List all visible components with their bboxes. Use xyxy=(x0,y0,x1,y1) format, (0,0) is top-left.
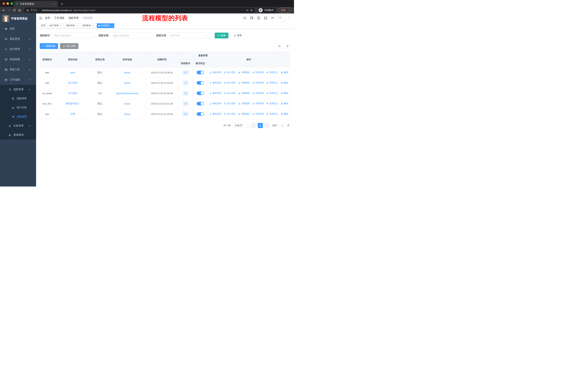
github-button[interactable] xyxy=(250,16,253,20)
goto-page-input[interactable] xyxy=(279,123,286,128)
form-info-link[interactable]: biubiu xyxy=(124,113,130,115)
tag-close-icon[interactable] xyxy=(60,25,62,27)
column-header[interactable]: 流程标识 xyxy=(40,52,54,67)
publish-process-link[interactable]: 发布流程 xyxy=(252,81,264,84)
page-size-select[interactable]: 10条/页 xyxy=(233,123,250,128)
caret-down-icon[interactable] xyxy=(288,17,290,19)
prev-page-button[interactable] xyxy=(251,123,256,128)
sidebar-item-home[interactable]: 首页 xyxy=(0,24,36,34)
process-name-link[interactable]: 测试多审批人 xyxy=(66,102,80,105)
design-process-link[interactable]: 设计流程 xyxy=(224,92,235,95)
next-page-button[interactable] xyxy=(264,123,269,128)
design-process-link[interactable]: 设计流程 xyxy=(224,102,235,105)
assign-rule-link[interactable]: 分配规则 xyxy=(238,112,250,115)
browser-tab[interactable]: 芋道管理系统 xyxy=(13,1,58,7)
process-definition-link[interactable]: 流程定义 xyxy=(266,92,278,95)
tag-item-4[interactable]: 流程模型 xyxy=(97,23,114,28)
sidebar-item-task-manage[interactable]: 任务管理 xyxy=(0,121,36,131)
active-toggle[interactable] xyxy=(197,81,204,85)
version-badge[interactable]: v2 xyxy=(183,81,189,85)
sidebar-item-dev-tools[interactable]: 研发工具 xyxy=(0,64,36,75)
import-process-button[interactable]: 导入流程 xyxy=(60,43,78,49)
sub-column-header[interactable]: 激活状态 xyxy=(193,60,208,67)
modify-process-link[interactable]: 修改流程 xyxy=(210,71,221,74)
form-info-link[interactable]: /bpm/oa/leave/create xyxy=(116,92,138,95)
close-window-button[interactable] xyxy=(2,2,5,5)
fullscreen-button[interactable] xyxy=(264,16,267,20)
tag-close-icon[interactable] xyxy=(92,25,94,27)
process-name-link[interactable]: 自己审批 xyxy=(68,81,77,84)
reload-button[interactable] xyxy=(13,9,16,12)
delete-link[interactable]: 删除 xyxy=(281,71,288,74)
sidebar-item-payment-manage[interactable]: ¥支付管理 xyxy=(0,44,36,54)
process-definition-link[interactable]: 流程定义 xyxy=(266,102,278,105)
assign-rule-link[interactable]: 分配规则 xyxy=(238,92,250,95)
form-info-link[interactable]: biubiu xyxy=(124,71,130,74)
breadcrumb-item[interactable]: 工作流程 xyxy=(54,16,64,20)
delete-link[interactable]: 删除 xyxy=(281,102,288,105)
help-button[interactable]: ? xyxy=(257,16,260,20)
process-key-input[interactable] xyxy=(52,33,94,39)
modify-process-link[interactable]: 修改流程 xyxy=(210,92,221,95)
refresh-table-button[interactable] xyxy=(284,43,290,49)
design-process-link[interactable]: 设计流程 xyxy=(224,71,235,74)
sidebar-item-system-manage[interactable]: 系统管理 xyxy=(0,34,36,44)
design-process-link[interactable]: 设计流程 xyxy=(224,112,235,115)
active-toggle[interactable] xyxy=(197,91,204,95)
publish-process-link[interactable]: 发布流程 xyxy=(252,71,264,74)
process-name-link[interactable]: 滔博 xyxy=(70,112,75,115)
address-bar[interactable]: 不安全 dashboard.yudao.iocoder.cn/bpm/manag… xyxy=(24,8,255,13)
column-header[interactable]: 创建时间 xyxy=(146,52,178,67)
tag-item-2[interactable]: 我的流程 xyxy=(64,23,79,28)
version-badge[interactable]: v5 xyxy=(183,91,189,96)
search-button[interactable]: 搜索 xyxy=(215,33,228,39)
column-header[interactable]: 流程分类 xyxy=(91,52,109,67)
avatar[interactable] xyxy=(278,14,285,22)
minimize-window-button[interactable] xyxy=(7,2,9,5)
sidebar-item-user-group[interactable]: 用户分组 xyxy=(0,103,36,112)
toggle-search-button[interactable] xyxy=(276,43,282,49)
active-toggle[interactable] xyxy=(197,71,204,74)
sidebar-item-process-form[interactable]: 流程表单 xyxy=(0,94,36,103)
create-process-button[interactable]: 新建流程 xyxy=(40,43,58,49)
tab-close-icon[interactable] xyxy=(53,3,55,5)
form-info-link[interactable]: biubiu xyxy=(124,81,130,84)
column-header[interactable]: 表单信息 xyxy=(109,52,146,67)
process-name-link[interactable]: eeee xyxy=(70,71,75,74)
sub-column-header[interactable]: 流程版本 xyxy=(178,60,193,67)
tag-item-1[interactable]: 租户管理 xyxy=(48,23,63,28)
assign-rule-link[interactable]: 分配规则 xyxy=(238,71,250,74)
process-definition-link[interactable]: 流程定义 xyxy=(266,112,278,115)
assign-rule-link[interactable]: 分配规则 xyxy=(238,81,250,84)
new-tab-button[interactable] xyxy=(60,2,64,6)
process-definition-link[interactable]: 流程定义 xyxy=(266,81,278,84)
active-toggle[interactable] xyxy=(197,112,204,116)
version-badge[interactable]: v17 xyxy=(182,70,189,75)
tag-item-3[interactable]: 流程表单 xyxy=(81,23,96,28)
logo[interactable]: 芋道管理系统 xyxy=(0,13,36,24)
sidebar-item-infrastructure[interactable]: 基础设施 xyxy=(0,54,36,64)
breadcrumb-item[interactable]: 流程管理 xyxy=(68,16,79,20)
breadcrumb-item[interactable]: 首页 xyxy=(45,16,50,20)
page-number-button[interactable]: 1 xyxy=(258,123,263,128)
category-select[interactable]: 流程分类 xyxy=(168,33,210,39)
publish-process-link[interactable]: 发布流程 xyxy=(252,112,264,115)
design-process-link[interactable]: 设计流程 xyxy=(224,81,235,84)
hamburger-icon[interactable] xyxy=(39,16,42,20)
version-badge[interactable]: v21 xyxy=(182,112,189,116)
process-definition-link[interactable]: 流程定义 xyxy=(266,71,278,74)
column-header[interactable]: 流程名称 xyxy=(54,52,91,67)
bookmark-star-icon[interactable] xyxy=(250,9,253,12)
version-badge[interactable]: v4 xyxy=(183,101,189,106)
publish-process-link[interactable]: 发布流程 xyxy=(252,92,264,95)
update-button[interactable]: 更新 xyxy=(278,8,292,13)
modify-process-link[interactable]: 修改流程 xyxy=(210,102,221,105)
back-button[interactable] xyxy=(2,9,5,12)
kebab-menu-icon[interactable] xyxy=(287,9,290,11)
tag-item-0[interactable]: 首页 xyxy=(39,23,47,28)
sidebar-item-workflow[interactable]: 工作流程 xyxy=(0,75,36,85)
tag-close-icon[interactable] xyxy=(111,25,113,27)
tag-close-icon[interactable] xyxy=(76,25,78,27)
font-size-button[interactable]: TT xyxy=(271,16,274,20)
sidebar-item-leave-query[interactable]: 请假查询 xyxy=(0,131,36,140)
